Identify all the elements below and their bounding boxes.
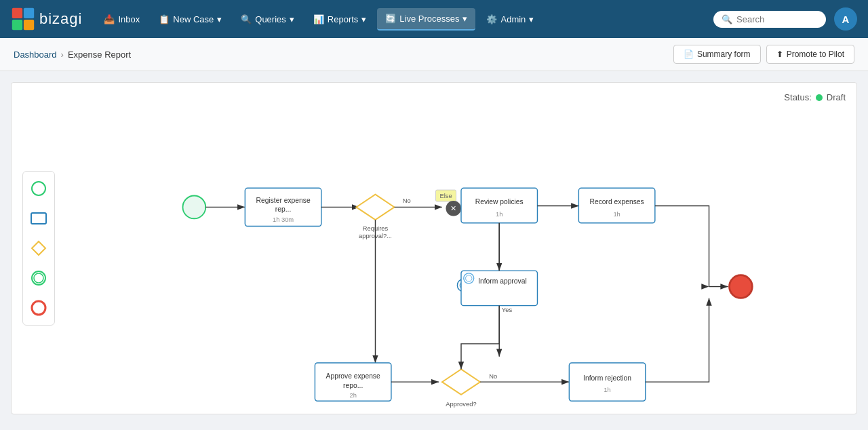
palette-gateway[interactable] <box>28 238 49 258</box>
palette-end-event[interactable] <box>28 298 49 318</box>
breadcrumb-current: Expense Report <box>68 50 131 60</box>
arrow-inform-down <box>461 306 499 370</box>
main-content: Status: Draft <box>0 71 868 430</box>
summary-form-button[interactable]: 📄 Summary form <box>673 45 761 64</box>
summary-form-icon: 📄 <box>684 50 694 59</box>
inform-rejection-label: Inform rejection <box>583 374 631 382</box>
brand-name: bizagi <box>39 10 82 28</box>
summary-form-label: Summary form <box>697 50 751 59</box>
shape-palette <box>22 171 55 326</box>
promote-label: Promote to Pilot <box>787 50 844 59</box>
register-time: 1h 30m <box>273 216 294 223</box>
start-event <box>182 196 205 219</box>
svg-marker-6 <box>32 241 45 255</box>
nav-admin-label: Admin <box>500 14 526 24</box>
review-policies-time: 1h <box>496 211 502 218</box>
breadcrumb-bar: Dashboard › Expense Report 📄 Summary for… <box>0 38 868 71</box>
palette-intermediate-event[interactable] <box>28 268 49 288</box>
navbar: bizagi 📥 Inbox 📋 New Case ▾ 🔍 Queries ▾ … <box>0 0 868 38</box>
svg-rect-1 <box>24 8 34 18</box>
inform-approval-label: Inform approval <box>478 277 527 285</box>
yes-label-approved: Yes <box>502 307 513 313</box>
nav-queries-label: Queries <box>255 14 286 24</box>
user-avatar[interactable]: A <box>834 7 857 31</box>
live-processes-caret: ▾ <box>462 14 467 24</box>
avatar-initial: A <box>842 14 850 25</box>
no-label-requires: No <box>403 197 411 204</box>
live-processes-icon: 🔄 <box>385 14 396 24</box>
breadcrumb: Dashboard › Expense Report <box>14 50 131 60</box>
search-icon: 🔍 <box>722 14 732 24</box>
no-label-approved: No <box>489 373 497 380</box>
promote-icon: ⬆ <box>776 50 783 59</box>
nav-reports-label: Reports <box>328 14 359 24</box>
svg-rect-3 <box>24 20 34 30</box>
inform-approval-task[interactable] <box>461 271 537 306</box>
inbox-icon: 📥 <box>104 14 115 24</box>
review-policies-label: Review policies <box>475 198 524 206</box>
admin-icon: ⚙️ <box>486 14 497 24</box>
nav-admin[interactable]: ⚙️ Admin ▾ <box>478 9 542 30</box>
bizagi-logo <box>11 7 35 31</box>
nav-live-processes-label: Live Processes <box>399 14 459 24</box>
nav-new-case[interactable]: 📋 New Case ▾ <box>151 9 230 30</box>
search-input[interactable] <box>736 14 818 24</box>
diagram-area: Register expense rep... 1h 30m Requires … <box>66 90 856 414</box>
reports-caret: ▾ <box>361 14 366 24</box>
queries-caret: ▾ <box>290 14 294 24</box>
palette-task[interactable] <box>28 208 49 229</box>
approved-label: Approved? <box>446 401 476 408</box>
breadcrumb-actions: 📄 Summary form ⬆ Promote to Pilot <box>673 45 854 64</box>
inform-rejection-time: 1h <box>604 387 610 393</box>
svg-rect-2 <box>12 20 22 30</box>
palette-start-event[interactable] <box>28 178 49 199</box>
arrow-record-segment <box>655 206 709 287</box>
end-event <box>730 275 753 298</box>
svg-rect-0 <box>12 8 22 18</box>
arrow-rejection-to-end <box>646 298 709 382</box>
nav-queries[interactable]: 🔍 Queries ▾ <box>233 9 302 30</box>
nav-inbox-label: Inbox <box>118 14 140 24</box>
new-case-icon: 📋 <box>159 14 170 24</box>
record-expenses-time: 1h <box>613 211 620 218</box>
approve-time: 2h <box>349 392 356 399</box>
search-box[interactable]: 🔍 <box>713 11 826 28</box>
svg-point-9 <box>32 301 45 315</box>
promote-to-pilot-button[interactable]: ⬆ Promote to Pilot <box>766 45 854 64</box>
admin-caret: ▾ <box>529 14 534 24</box>
approved-gateway[interactable] <box>442 369 480 394</box>
requires-approval-gateway[interactable] <box>356 195 394 220</box>
svg-point-8 <box>34 273 43 283</box>
diagram-canvas: Status: Draft <box>11 82 857 414</box>
register-label-line2: rep... <box>275 206 291 213</box>
nav-new-case-label: New Case <box>173 14 214 24</box>
breadcrumb-separator: › <box>61 50 64 60</box>
tool-icon: ✕ <box>450 204 456 212</box>
approve-label-2: repo... <box>343 382 363 389</box>
record-expenses-label: Record expenses <box>590 198 644 206</box>
svg-point-4 <box>32 182 45 195</box>
reports-icon: 📊 <box>313 14 324 24</box>
process-diagram: Register expense rep... 1h 30m Requires … <box>66 90 856 414</box>
approve-label-1: Approve expense <box>326 372 380 380</box>
queries-icon: 🔍 <box>241 14 252 24</box>
register-label-line1: Register expense <box>256 197 310 204</box>
svg-rect-5 <box>31 213 46 224</box>
breadcrumb-home[interactable]: Dashboard <box>14 50 57 60</box>
nav-inbox[interactable]: 📥 Inbox <box>96 9 148 30</box>
new-case-caret: ▾ <box>217 14 222 24</box>
nav-live-processes[interactable]: 🔄 Live Processes ▾ <box>377 8 475 31</box>
nav-reports[interactable]: 📊 Reports ▾ <box>305 9 375 30</box>
else-label: Else <box>439 193 452 199</box>
brand-logo-area: bizagi <box>11 7 82 31</box>
